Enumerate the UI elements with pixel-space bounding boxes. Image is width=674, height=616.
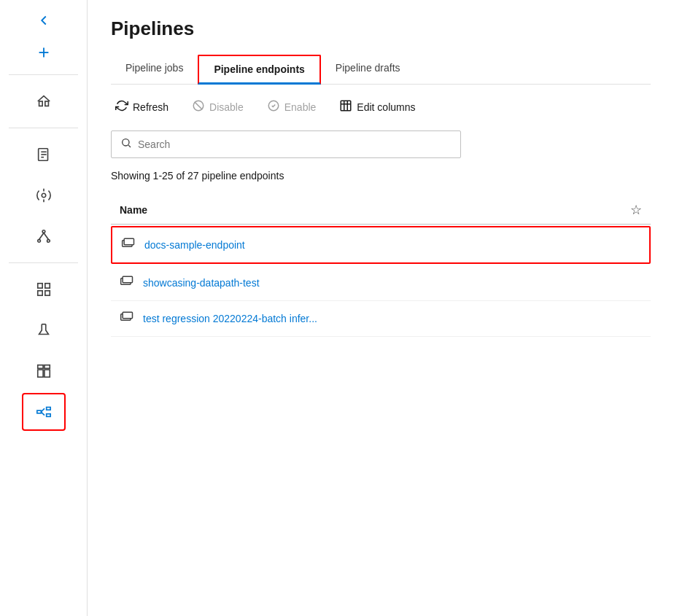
svg-rect-22 <box>44 365 49 369</box>
sidebar-item-experiments[interactable] <box>22 311 66 349</box>
svg-line-31 <box>195 102 203 110</box>
sidebar-item-pipelines[interactable] <box>22 393 66 431</box>
tab-pipeline-endpoints[interactable]: Pipeline endpoints <box>198 55 320 85</box>
svg-point-11 <box>42 230 45 233</box>
endpoint-link[interactable]: test regression 20220224-batch infer... <box>143 313 317 324</box>
refresh-icon <box>115 99 128 114</box>
svg-line-14 <box>39 233 43 239</box>
disable-label: Disable <box>209 101 244 113</box>
endpoint-link[interactable]: docs-sample-endpoint <box>144 239 245 251</box>
svg-rect-17 <box>44 284 49 288</box>
svg-rect-24 <box>44 370 49 377</box>
tab-pipeline-jobs[interactable]: Pipeline jobs <box>111 55 198 85</box>
svg-point-13 <box>47 240 50 243</box>
enable-label: Enable <box>284 101 317 113</box>
svg-rect-21 <box>37 365 42 369</box>
svg-point-37 <box>123 139 129 146</box>
main-content: Pipelines Pipeline jobs Pipeline endpoin… <box>88 0 674 616</box>
sidebar-item-dashboard[interactable] <box>22 352 66 390</box>
tab-pipeline-drafts[interactable]: Pipeline drafts <box>321 55 415 85</box>
svg-line-15 <box>44 233 48 239</box>
column-name-header: Name <box>120 204 624 216</box>
table-row[interactable]: docs-sample-endpoint <box>111 226 651 264</box>
disable-icon <box>192 99 205 114</box>
enable-icon <box>267 99 280 114</box>
endpoint-link[interactable]: showcasing-datapath-test <box>143 277 260 289</box>
sidebar-item-network[interactable] <box>22 217 66 255</box>
sidebar-item-analytics[interactable] <box>22 270 66 308</box>
search-icon <box>120 137 132 152</box>
svg-rect-42 <box>123 276 132 282</box>
svg-line-38 <box>128 145 131 147</box>
svg-rect-44 <box>123 312 132 318</box>
sidebar <box>0 0 88 616</box>
table-header: Name ☆ <box>111 196 651 225</box>
count-text: Showing 1-25 of 27 pipeline endpoints <box>111 170 651 182</box>
search-container <box>111 130 461 158</box>
search-input[interactable] <box>138 139 452 150</box>
toolbar: Refresh Disable Enable <box>111 96 651 117</box>
svg-rect-19 <box>44 291 49 295</box>
svg-rect-25 <box>36 410 41 413</box>
svg-rect-16 <box>37 284 42 288</box>
data-table: Name ☆ docs-sample-endpoint showcasing-d… <box>111 196 651 337</box>
edit-columns-button[interactable]: Edit columns <box>335 96 419 117</box>
svg-rect-33 <box>341 101 352 111</box>
tabs: Pipeline jobs Pipeline endpoints Pipelin… <box>111 55 651 85</box>
favorite-star-icon[interactable]: ☆ <box>630 202 642 218</box>
edit-columns-label: Edit columns <box>357 101 415 113</box>
svg-rect-23 <box>37 370 42 377</box>
table-row[interactable]: showcasing-datapath-test <box>111 265 651 301</box>
endpoint-icon <box>120 310 134 327</box>
svg-point-12 <box>37 240 40 243</box>
svg-rect-27 <box>46 414 50 417</box>
sidebar-item-home[interactable] <box>22 82 66 120</box>
sidebar-item-notebooks[interactable] <box>22 136 66 174</box>
page-title: Pipelines <box>111 17 651 40</box>
refresh-label: Refresh <box>133 101 168 113</box>
refresh-button[interactable]: Refresh <box>111 96 173 117</box>
svg-rect-26 <box>46 408 50 410</box>
svg-rect-2 <box>39 101 42 106</box>
back-button[interactable] <box>22 6 66 35</box>
svg-rect-18 <box>37 291 42 295</box>
edit-columns-icon <box>339 99 352 114</box>
enable-button[interactable]: Enable <box>263 96 321 117</box>
endpoint-icon <box>121 236 136 254</box>
svg-point-8 <box>42 193 46 198</box>
svg-rect-3 <box>44 101 48 106</box>
add-button[interactable] <box>22 38 66 67</box>
disable-button[interactable]: Disable <box>187 96 248 117</box>
endpoint-icon <box>120 274 134 292</box>
sidebar-item-compute[interactable] <box>22 176 66 214</box>
table-row[interactable]: test regression 20220224-batch infer... <box>111 301 651 337</box>
svg-rect-40 <box>124 238 133 244</box>
